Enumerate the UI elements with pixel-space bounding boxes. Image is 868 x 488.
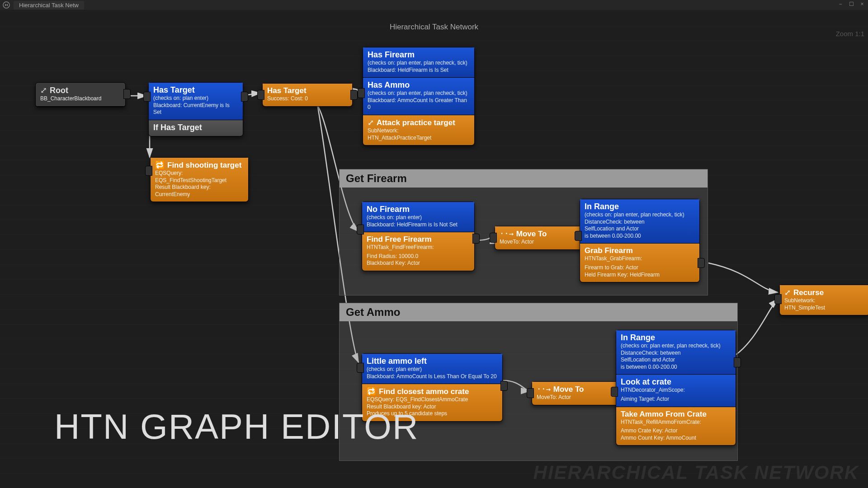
- node-sub: Blackboard: HeldFirearm is Is Set: [368, 67, 470, 74]
- node-sub: Result Blackboard key: CurrentEnemy: [155, 184, 244, 198]
- overlay-title: HTN GRAPH EDITOR: [54, 406, 419, 447]
- input-pin[interactable]: [490, 233, 497, 243]
- node-sub: EQSQuery: EQS_FindTestShootingTarget: [155, 170, 244, 184]
- node-title: In Range: [585, 202, 695, 211]
- input-pin[interactable]: [357, 363, 364, 373]
- node-sub: Ammo Count Key: AmmoCount: [621, 435, 731, 442]
- output-pin[interactable]: [734, 357, 741, 367]
- node-move-to-2[interactable]: ··→Move To MoveTo: Actor: [532, 381, 622, 405]
- node-has-target-stack[interactable]: Has Target (checks on: plan enter) Black…: [148, 82, 243, 136]
- node-title: Recurse: [793, 288, 824, 297]
- node-has-target-task[interactable]: Has Target Success: Cost: 0: [262, 83, 353, 107]
- node-sub: HTNTask_GrabFirearm:: [585, 255, 695, 263]
- node-attack-stack[interactable]: Has Firearm (checks on: plan enter, plan…: [363, 47, 475, 145]
- output-pin[interactable]: [698, 258, 705, 268]
- node-sub: (checks on: plan enter, plan recheck, ti…: [585, 211, 695, 219]
- node-sub: SelfLocation and Actor: [585, 225, 695, 233]
- node-title: Find closest ammo crate: [379, 387, 469, 396]
- node-title: Grab Firearm: [585, 246, 695, 255]
- node-title: Find shooting target: [167, 161, 241, 169]
- node-sub: (checks on: plan enter): [367, 214, 470, 221]
- node-sub: is between 0.00-200.00: [585, 233, 695, 240]
- output-pin[interactable]: [241, 92, 248, 102]
- input-pin[interactable]: [357, 225, 364, 235]
- node-sub: SubNetwork:: [368, 127, 470, 135]
- node-sub: DistanceCheck: between: [585, 219, 695, 226]
- node-sub: DistanceCheck: between: [621, 350, 731, 357]
- node-title: Has Ammo: [368, 80, 470, 90]
- node-sub: HTNTask_RefillAmmoFromCrate:: [621, 419, 731, 426]
- node-sub: HTNTask_FindFreeFirearm:: [367, 244, 470, 251]
- output-pin[interactable]: [123, 89, 131, 99]
- node-sub: SubNetwork:: [784, 297, 865, 305]
- eqs-icon: 🔁: [155, 160, 165, 169]
- node-grab-firearm-stack[interactable]: In Range (checks on: plan enter, plan re…: [580, 199, 700, 282]
- graph-canvas[interactable]: Hierarchical Task Network Zoom 1:1 ⤢Root…: [0, 10, 868, 488]
- node-move-to-1[interactable]: ··→Move To MoveTo: Actor: [495, 226, 585, 250]
- input-pin[interactable]: [145, 166, 152, 176]
- node-sub: HTN_SimpleTest: [784, 305, 865, 312]
- group-title: Get Ammo: [340, 303, 737, 321]
- node-sub: Blackboard: CurrentEnemy is Is Set: [153, 102, 238, 116]
- node-sub: Success: Cost: 0: [267, 95, 348, 103]
- node-sub: is between 0.00-200.00: [621, 364, 731, 371]
- node-title: Root: [50, 86, 68, 95]
- move-icon: ··→: [500, 229, 514, 238]
- node-title: If Has Target: [153, 123, 238, 132]
- node-title: In Range: [621, 333, 731, 343]
- zoom-label: Zoom 1:1: [836, 30, 864, 38]
- overlay-watermark: HIERARCHICAL TASK NETWORK: [533, 462, 859, 483]
- node-sub: (checks on: plan enter, plan recheck, ti…: [368, 60, 470, 67]
- node-sub: Aiming Target: Actor: [621, 396, 731, 403]
- node-recurse[interactable]: ⤢Recurse SubNetwork: HTN_SimpleTest: [779, 285, 868, 315]
- node-title: Move To: [553, 385, 584, 394]
- eqs-icon: 🔁: [367, 387, 376, 396]
- input-pin[interactable]: [527, 388, 534, 398]
- node-sub: Blackboard: HeldFirearm is Is Not Set: [367, 221, 470, 229]
- node-sub: SelfLocation and Actor: [621, 357, 731, 364]
- input-pin[interactable]: [774, 294, 782, 304]
- node-title: Attack practice target: [377, 118, 455, 127]
- input-pin[interactable]: [575, 231, 582, 241]
- subnet-icon: ⤢: [368, 118, 374, 127]
- node-sub: Blackboard: AmmoCount Is Less Than Or Eq…: [367, 373, 498, 380]
- root-icon: ⤢: [40, 85, 47, 95]
- node-title: Has Firearm: [368, 50, 470, 60]
- node-sub: EQSQuery: EQS_FindClosestAmmoCrate: [367, 396, 498, 404]
- output-pin[interactable]: [472, 234, 480, 244]
- node-sub: Find Radius: 10000.0: [367, 253, 470, 260]
- node-sub: BB_CharacterBlackboard: [40, 95, 121, 103]
- output-pin[interactable]: [350, 90, 358, 100]
- node-sub: Held Firearm Key: HeldFirearm: [585, 272, 695, 279]
- node-root[interactable]: ⤢Root BB_CharacterBlackboard: [35, 82, 126, 107]
- move-icon: ··→: [537, 385, 551, 394]
- node-title: Move To: [516, 230, 547, 238]
- node-sub: (checks on: plan enter, plan recheck, ti…: [621, 343, 731, 350]
- subnet-icon: ⤢: [784, 288, 791, 297]
- node-title: Take Ammo From Crate: [621, 410, 731, 419]
- node-find-shooting[interactable]: 🔁Find shooting target EQSQuery: EQS_Find…: [150, 157, 249, 202]
- tab-htn[interactable]: Hierarchical Task Netw: [14, 1, 84, 9]
- input-pin[interactable]: [611, 387, 618, 397]
- node-sub: MoveTo: Actor: [537, 394, 617, 401]
- minimize-button[interactable]: −: [836, 1, 844, 7]
- input-pin[interactable]: [257, 90, 264, 100]
- node-title: Look at crate: [621, 377, 731, 387]
- node-sub: (checks on: plan enter): [367, 366, 498, 373]
- node-title: Find Free Firearm: [367, 235, 470, 244]
- node-sub: Firearm to Grab: Actor: [585, 264, 695, 272]
- node-sub: Blackboard: AmmoCount Is Greater Than 0: [368, 97, 470, 111]
- input-pin[interactable]: [143, 92, 151, 102]
- node-sub: MoveTo: Actor: [500, 239, 580, 246]
- ue-logo-icon: [2, 0, 11, 9]
- node-no-firearm-stack[interactable]: No Firearm (checks on: plan enter) Black…: [362, 202, 475, 271]
- close-button[interactable]: ×: [858, 1, 866, 7]
- output-pin[interactable]: [500, 381, 508, 391]
- node-sub: Blackboard Key: Actor: [367, 260, 470, 267]
- group-title: Get Firearm: [340, 169, 708, 188]
- node-take-ammo-stack[interactable]: In Range (checks on: plan enter, plan re…: [616, 330, 736, 446]
- maximize-button[interactable]: ☐: [847, 1, 855, 7]
- node-title: Has Target: [267, 86, 348, 95]
- node-sub: HTN_AttackPracticeTarget: [368, 135, 470, 142]
- input-pin[interactable]: [358, 88, 365, 98]
